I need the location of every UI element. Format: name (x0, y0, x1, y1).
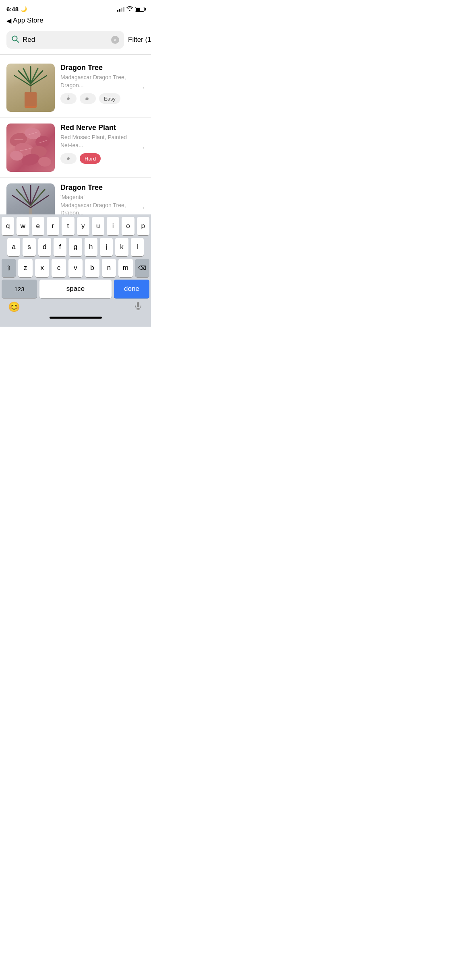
search-bar-container: × Filter (1) (0, 29, 151, 51)
clear-button[interactable]: × (111, 36, 119, 44)
moon-icon: 🌙 (21, 6, 27, 12)
key-c[interactable]: c (52, 259, 66, 277)
plant-subtitle-3: 'Magenta'Madagascar Dragon Tree, Dragon.… (60, 194, 135, 217)
svg-line-34 (31, 196, 49, 208)
emoji-row: 😊 (0, 298, 151, 314)
filter-button[interactable]: Filter (1) (128, 36, 151, 44)
key-g[interactable]: g (69, 238, 82, 256)
key-l[interactable]: l (131, 238, 144, 256)
keyboard-row-2: a s d f g h j k l (0, 235, 151, 256)
search-icon (11, 35, 19, 45)
search-divider (0, 54, 151, 55)
key-u[interactable]: u (92, 217, 104, 235)
svg-line-1 (17, 41, 19, 43)
key-d[interactable]: d (38, 238, 51, 256)
key-o[interactable]: o (122, 217, 134, 235)
search-input[interactable] (23, 36, 108, 44)
delete-key[interactable]: ⌫ (135, 259, 149, 277)
key-p[interactable]: p (137, 217, 149, 235)
key-k[interactable]: k (115, 238, 128, 256)
battery-icon (135, 7, 145, 12)
key-i[interactable]: i (107, 217, 119, 235)
status-bar: 6:48 🌙 (0, 0, 151, 15)
key-f[interactable]: f (54, 238, 66, 256)
plant-subtitle-1: Madagascar Dragon Tree, Dragon... (60, 74, 135, 89)
chevron-right-icon-2: › (143, 144, 145, 151)
keyboard-row-1: q w e r t y u i o p (0, 214, 151, 235)
chevron-right-icon-1: › (143, 84, 145, 91)
back-arrow-icon: ◀ (6, 17, 11, 25)
plant-item-2[interactable]: Red Nerve Plant Red Mosaic Plant, Painte… (0, 118, 151, 178)
status-time: 6:48 (6, 6, 19, 12)
plant-image-1 (6, 64, 55, 112)
plant-subtitle-2: Red Mosaic Plant, Painted Net-lea... (60, 134, 135, 149)
plant-tags-2: Hard (60, 153, 135, 164)
plant-name-1: Dragon Tree (60, 64, 135, 72)
plant-name-2: Red Nerve Plant (60, 124, 135, 132)
tag-sun-partial (60, 93, 77, 104)
plant-list: Dragon Tree Madagascar Dragon Tree, Drag… (0, 58, 151, 238)
key-y[interactable]: y (77, 217, 89, 235)
plant-item[interactable]: Dragon Tree Madagascar Dragon Tree, Drag… (0, 58, 151, 118)
key-s[interactable]: s (23, 238, 35, 256)
key-h[interactable]: h (85, 238, 97, 256)
signal-icon (117, 7, 124, 12)
key-z[interactable]: z (18, 259, 32, 277)
keyboard-row-3: ⇧ z x c v b n m ⌫ (0, 256, 151, 277)
plant-name-3: Dragon Tree (60, 183, 135, 192)
svg-rect-36 (137, 302, 139, 307)
key-m[interactable]: m (118, 259, 132, 277)
space-key[interactable]: space (39, 280, 112, 298)
nav-back[interactable]: ◀ App Store (0, 15, 151, 29)
tag-hard: Hard (80, 153, 101, 164)
microphone-icon[interactable] (133, 301, 143, 313)
plant-image-2 (6, 124, 55, 172)
home-indicator (50, 317, 102, 319)
wifi-icon (126, 6, 133, 12)
status-icons (117, 6, 145, 12)
done-key[interactable]: done (114, 280, 149, 298)
back-label: App Store (13, 16, 43, 25)
key-w[interactable]: w (17, 217, 29, 235)
emoji-icon[interactable]: 😊 (8, 301, 20, 313)
search-input-wrapper: × (6, 31, 124, 49)
key-j[interactable]: j (100, 238, 113, 256)
key-b[interactable]: b (85, 259, 99, 277)
key-v[interactable]: v (68, 259, 83, 277)
tag-easy-1: Easy (99, 93, 120, 104)
numbers-key[interactable]: 123 (2, 280, 37, 298)
svg-point-20 (38, 156, 52, 167)
keyboard-bottom-row: 123 space done (0, 277, 151, 298)
key-e[interactable]: e (32, 217, 44, 235)
keyboard: q w e r t y u i o p a s d f g h j k l ⇧ … (0, 214, 151, 327)
shift-key[interactable]: ⇧ (2, 259, 16, 277)
key-x[interactable]: x (35, 259, 49, 277)
svg-rect-12 (68, 95, 69, 97)
key-t[interactable]: t (62, 217, 74, 235)
svg-line-33 (12, 196, 31, 208)
key-a[interactable]: a (7, 238, 20, 256)
chevron-right-icon-3: › (143, 204, 145, 211)
svg-point-0 (12, 36, 17, 41)
svg-rect-2 (25, 99, 37, 108)
plant-tags-1: Easy (60, 93, 135, 104)
key-n[interactable]: n (102, 259, 116, 277)
key-q[interactable]: q (2, 217, 14, 235)
tag-sun-partial-2 (60, 153, 77, 164)
plant-info-2: Red Nerve Plant Red Mosaic Plant, Painte… (60, 124, 145, 164)
plant-info-1: Dragon Tree Madagascar Dragon Tree, Drag… (60, 64, 145, 104)
key-r[interactable]: r (47, 217, 59, 235)
tag-cloud-1 (80, 93, 96, 104)
